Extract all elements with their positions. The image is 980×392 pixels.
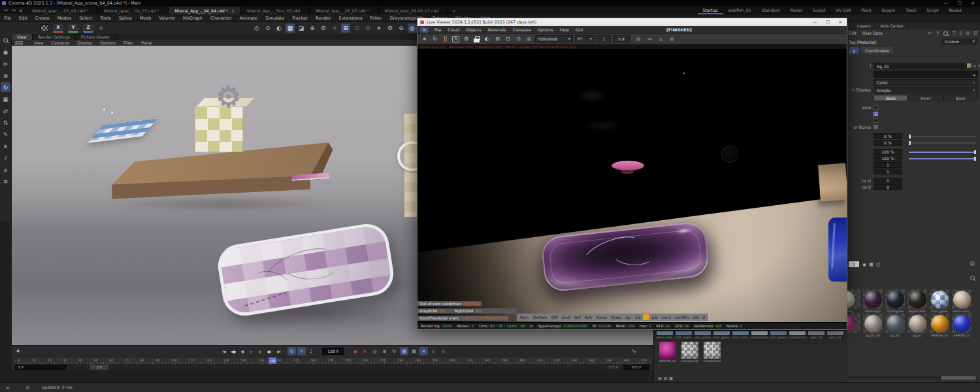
depth-pass-icon[interactable]: ⊡ bbox=[504, 35, 512, 43]
live-viewer-menu-item[interactable]: Materials bbox=[484, 27, 509, 32]
clay-mode-icon[interactable]: ◐ bbox=[483, 35, 491, 43]
key-position-icon[interactable]: ⊕ bbox=[380, 347, 389, 355]
menu-item[interactable]: Prilov bbox=[366, 16, 385, 21]
value-field[interactable]: 100 % bbox=[874, 149, 902, 155]
current-frame-field[interactable]: 150 F bbox=[322, 348, 344, 355]
minimize-button[interactable]: — bbox=[813, 20, 817, 25]
fcurve-icon[interactable]: ∿ bbox=[631, 348, 636, 354]
interactive-render-icon[interactable]: ▦ bbox=[286, 24, 295, 33]
next-key-button[interactable]: ●▷ bbox=[265, 347, 274, 355]
workplane-icon[interactable] bbox=[41, 24, 48, 32]
viewport-tab[interactable]: View bbox=[12, 34, 33, 40]
camera-target-icon[interactable]: ⊙ bbox=[514, 35, 523, 43]
workspace-tab[interactable]: Paint bbox=[856, 7, 876, 14]
rotate-tool-icon[interactable]: ↻ bbox=[1, 82, 10, 92]
viewport-menu-item[interactable]: Filter bbox=[120, 41, 137, 45]
live-viewer-menu-item[interactable]: Objects bbox=[463, 27, 484, 32]
key-scale-icon[interactable]: ↻ bbox=[390, 347, 399, 355]
workspace-tab[interactable]: UV Edit bbox=[830, 7, 856, 14]
snap-grid-icon[interactable]: ⌗ bbox=[330, 24, 339, 33]
checkbox[interactable]: ✓ bbox=[874, 112, 878, 116]
render-pass-button[interactable]: DeMain bbox=[531, 316, 549, 319]
menu-item[interactable]: Edit bbox=[15, 16, 31, 21]
material-thumbnail[interactable]: color_glass bbox=[928, 289, 951, 314]
colorspace-dropdown[interactable]: HDR/sRGB ▼ bbox=[535, 35, 573, 42]
document-tab[interactable]: Mistral_App_-_07_07.c4d * bbox=[310, 7, 379, 14]
maximize-button[interactable]: ▢ bbox=[826, 20, 830, 25]
viewport-grid-icon[interactable] bbox=[15, 41, 23, 45]
hamburger-icon[interactable]: ≡ bbox=[420, 27, 429, 33]
snap-quantize-icon[interactable]: ⊞ bbox=[341, 24, 350, 33]
live-viewer-menu-item[interactable]: Cloud bbox=[444, 27, 463, 32]
list-view-icon[interactable]: ▤ bbox=[658, 376, 662, 380]
restart-render-icon[interactable]: ↻ bbox=[431, 35, 439, 43]
menu-item[interactable]: Mesh bbox=[136, 16, 155, 21]
key-rotation-icon[interactable]: ▨ bbox=[400, 347, 408, 355]
menu-item[interactable]: Select bbox=[75, 16, 96, 21]
material-thumbnail[interactable]: bg_01_02 bbox=[862, 314, 884, 338]
document-tab[interactable]: Mistral_App_-_04_04.c4d * × bbox=[169, 7, 241, 14]
pen-tool-icon[interactable]: ✎ bbox=[1, 129, 10, 139]
tweak-tool-icon[interactable]: ⊳ bbox=[1, 59, 10, 69]
popout-icon[interactable]: ⊡ bbox=[973, 31, 977, 36]
close-button[interactable]: × bbox=[838, 20, 842, 25]
edit-pencil-icon[interactable]: ✎ bbox=[978, 63, 980, 68]
material-layer-icon[interactable]: ◫ bbox=[876, 262, 881, 267]
modeling-gear-icon[interactable]: ⚙ bbox=[385, 24, 395, 33]
snap-extra2-icon[interactable]: ⊠ bbox=[363, 24, 372, 33]
material-name-field[interactable]: bg_01 bbox=[874, 63, 965, 69]
layer-count-field[interactable]: 1 bbox=[849, 261, 859, 267]
live-selection-icon[interactable]: ◉ bbox=[1, 47, 10, 57]
render-half-icon[interactable]: ◐ bbox=[274, 24, 284, 33]
prev-frame-button[interactable]: ◀| bbox=[238, 347, 246, 355]
render-pass-button[interactable] bbox=[643, 314, 649, 320]
expand-arrow-icon[interactable]: ▲ bbox=[973, 73, 975, 76]
menu-item[interactable]: Simulate bbox=[261, 16, 288, 21]
subsample-field[interactable]: 1 bbox=[596, 35, 611, 42]
range-start-field[interactable]: 0 F bbox=[14, 365, 67, 370]
slider-track[interactable] bbox=[909, 158, 976, 159]
render-pass-button[interactable]: Emit bbox=[560, 316, 572, 319]
back-icon[interactable]: ← bbox=[928, 31, 932, 36]
render-pass-button[interactable]: Diff bbox=[549, 316, 559, 319]
keyframe-mode-icon[interactable]: ⌗ bbox=[297, 347, 306, 355]
kernel-dropdown[interactable]: PT ▼ bbox=[575, 35, 595, 42]
material-thumbnail[interactable]: color_glass_ bbox=[693, 331, 712, 340]
material-thumbnail[interactable]: transparent bbox=[680, 342, 700, 363]
key-parameter-icon[interactable]: ▤ bbox=[410, 347, 418, 355]
value-field[interactable]: 0 bbox=[874, 178, 902, 184]
material-thumbnail[interactable]: Planning-b bbox=[862, 289, 884, 314]
workspace-tab[interactable]: Model bbox=[785, 7, 808, 14]
thumb-view-icon[interactable]: ▦ bbox=[669, 376, 673, 380]
workspace-tab[interactable]: webfish_00 bbox=[723, 7, 757, 14]
record-button[interactable]: ◉ bbox=[351, 347, 359, 355]
add-render-target-icon[interactable]: ⊞ bbox=[493, 35, 502, 43]
measure-tool-icon[interactable]: ⌀ bbox=[1, 165, 10, 174]
material-thumbnail[interactable]: vetro-color_ bbox=[951, 289, 973, 314]
upscale-icon[interactable]: ▲ bbox=[657, 35, 665, 43]
value-field[interactable]: 100 % bbox=[874, 155, 902, 161]
value-field[interactable]: 0 bbox=[874, 184, 902, 190]
checkbox[interactable]: ✓ bbox=[874, 105, 878, 110]
workspace-tab[interactable]: Script bbox=[921, 7, 943, 14]
document-tab[interactable]: Mistral_open_..his_03.c4d * bbox=[98, 7, 169, 14]
next-frame-button[interactable]: |▷ bbox=[256, 347, 265, 355]
keyframe-selection-icon[interactable]: ◎ bbox=[370, 347, 379, 355]
up-icon[interactable]: ↑ bbox=[936, 31, 940, 36]
scale-tool-icon[interactable]: ▣ bbox=[1, 94, 10, 104]
key-pla-icon[interactable]: × bbox=[419, 347, 428, 355]
viewport-menu-item[interactable]: View bbox=[30, 41, 48, 45]
material-thumbnail[interactable]: spec_01 bbox=[826, 331, 845, 340]
sound-icon[interactable]: ♪ bbox=[307, 347, 316, 355]
prev-key-button[interactable]: ◀● bbox=[229, 347, 237, 355]
projection-dropdown[interactable]: Cubic ▾ bbox=[874, 79, 978, 86]
goto-start-button[interactable]: |◀ bbox=[220, 347, 228, 355]
render-pass-button[interactable]: Ref bbox=[573, 316, 583, 319]
render-pass-button[interactable]: cm-li bbox=[660, 316, 672, 319]
menu-item[interactable]: Modes bbox=[54, 16, 75, 21]
material-thumbnail[interactable]: color_glass_ bbox=[674, 331, 693, 340]
menu-item[interactable]: Tools bbox=[97, 16, 115, 21]
menu-item[interactable]: Extensions bbox=[335, 16, 367, 21]
minimize-button[interactable]: — bbox=[944, 1, 949, 6]
viewport-menu-item[interactable]: Options bbox=[96, 41, 120, 45]
